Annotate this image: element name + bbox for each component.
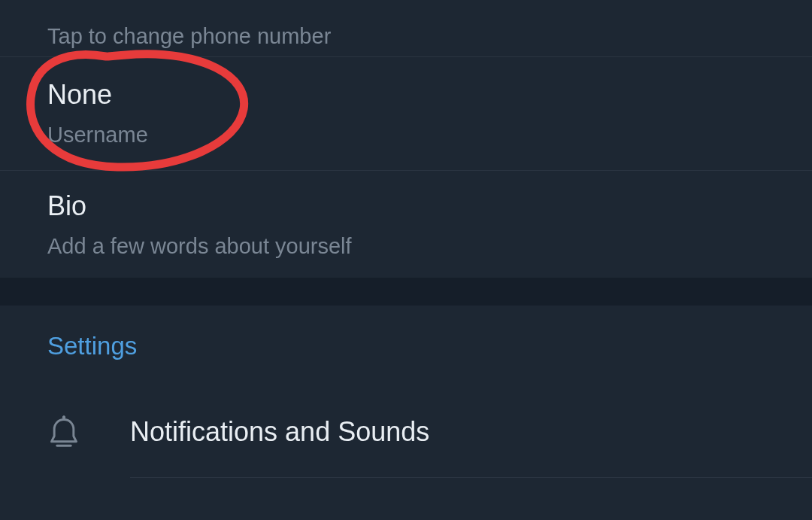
settings-header: Settings — [0, 306, 812, 386]
bell-icon — [47, 413, 130, 451]
section-divider — [0, 278, 812, 306]
bio-hint: Add a few words about yourself — [47, 234, 812, 259]
svg-point-1 — [62, 416, 65, 419]
bio-row[interactable]: Bio Add a few words about yourself — [0, 171, 812, 278]
username-row[interactable]: None Username — [0, 57, 812, 171]
notifications-label: Notifications and Sounds — [130, 416, 429, 448]
notifications-row[interactable]: Notifications and Sounds — [0, 386, 812, 478]
bio-label: Bio — [47, 190, 812, 222]
phone-row[interactable]: Tap to change phone number — [0, 0, 812, 57]
settings-title: Settings — [47, 332, 137, 360]
phone-hint: Tap to change phone number — [47, 9, 812, 47]
username-label: Username — [47, 123, 812, 147]
username-value: None — [47, 78, 812, 111]
